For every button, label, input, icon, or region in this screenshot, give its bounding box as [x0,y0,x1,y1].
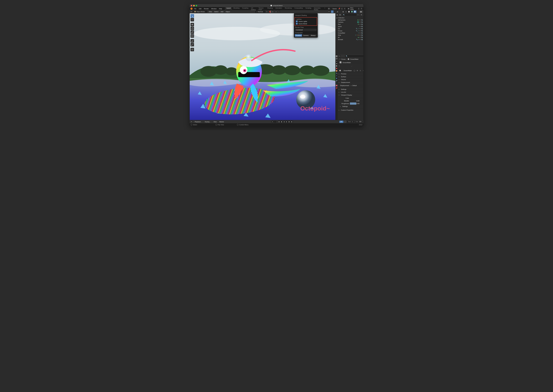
compositor-camera[interactable]: Camera [302,34,310,37]
outliner-item[interactable]: opoid👁📷 [336,25,363,28]
scene-world-checkbox[interactable]: ✓ Scene World [295,22,317,25]
bc-object[interactable]: Ocean [341,58,346,60]
pause-render-button[interactable]: ▮▮ [359,10,363,13]
subpanel-settings[interactable]: Settings [340,105,363,108]
ptab-tool[interactable] [336,55,338,57]
render-toggle[interactable]: 📷 [361,39,363,40]
menu-help[interactable]: Help [218,7,223,10]
gizmo-options[interactable]: ⌄ [334,10,336,13]
timeline-keying[interactable]: Keying ⌄ [204,120,212,123]
view-layer-new-button[interactable]: ⎘ [358,7,360,10]
compositor-always[interactable]: Always [310,34,317,37]
shading-wireframe[interactable] [345,10,348,13]
properties-search-input[interactable] [347,55,363,57]
menu-file[interactable]: File [193,7,197,10]
scene-delete-button[interactable]: ✕ [344,7,346,10]
render-toggle[interactable]: 📷 [361,32,363,34]
viewport-menu-add[interactable]: Add [220,10,224,13]
ptab-texture[interactable] [336,87,338,89]
render-pass-select[interactable]: Combined ⌄ [295,29,317,31]
outliner-item[interactable]: ntsCamera▮◂👁📷 [336,19,363,21]
material-slot[interactable]: OceanWater [339,61,363,64]
visibility-toggle[interactable]: 👁 [359,30,361,32]
material-link-button[interactable]: ◯ [353,69,356,72]
panel-custom-properties[interactable]: Custom Properties [338,109,363,112]
gizmo-button[interactable]: ⊕ [331,10,333,13]
scene-new-button[interactable]: ⎘ [341,7,343,10]
shading-material[interactable] [351,10,353,13]
visibility-button[interactable]: 👁⌄ [328,10,331,13]
visibility-toggle[interactable]: 👁 [359,24,361,25]
tool-move[interactable] [190,23,194,26]
displacement-row[interactable]: Displacement ●Default [340,84,363,87]
outliner-item[interactable]: Sun✺👁📷 [336,23,363,25]
jump-end[interactable]: ▶| [290,121,293,123]
visibility-toggle[interactable]: 👁 [359,26,361,27]
render-toggle[interactable]: 📷 [361,28,363,29]
tool-annotate[interactable] [190,39,194,43]
close-window-button[interactable] [191,5,192,6]
outliner-item[interactable]: Ocean🔧▽👁📷 [336,30,363,32]
outliner-item[interactable]: all◉👁📷 [336,36,363,38]
panel-line-art[interactable]: Line Art [338,91,363,93]
ptab-particle[interactable]: ✦ [336,75,338,77]
play[interactable]: ▶ [285,121,288,123]
outliner-filter-button[interactable]: ▽⌄ [357,14,359,16]
timeline-marker[interactable]: Marker [218,120,225,123]
current-frame[interactable]: 37 [339,121,343,123]
ptab-render[interactable] [336,57,338,60]
tool-rotate[interactable] [190,27,194,30]
ptab-world[interactable] [336,67,338,70]
ptab-object[interactable] [336,70,338,72]
render-toggle[interactable]: 📷 [361,24,363,25]
shading-solid[interactable] [348,10,351,13]
ptab-data[interactable]: ▽ [336,82,338,84]
scene-selector[interactable]: ⌄ Scene [327,7,338,10]
panel-displacement[interactable]: Displacement [338,81,363,84]
visibility-toggle[interactable]: 👁 [359,32,361,34]
outliner-display-mode[interactable]: ▦⌄ [336,14,339,16]
ptab-output[interactable]: 🖨 [336,60,338,62]
outliner-item[interactable]: Ship▽▽8👁📷 [336,34,363,36]
next-key[interactable]: |▶ [288,121,290,123]
render-toggle[interactable]: 📷 [361,19,363,21]
orientation-selector[interactable]: ⤢ Normal ⌄ [255,10,265,13]
end-frame[interactable]: End250 [355,121,363,123]
shading-options-button[interactable]: ⌄ [357,10,359,13]
tool-transform[interactable] [190,34,194,38]
proportional-options[interactable]: ∩⌄ [278,10,280,13]
mode-selector[interactable]: Object Mode ⌄ [193,11,207,13]
play-reverse[interactable]: ◀ [283,121,285,123]
timeline-editor-type[interactable]: ◔⌄ [190,120,193,123]
auto-key-toggle[interactable]: ● [271,121,274,123]
viewport-metallic-row[interactable]: Metallic 0.000 • [340,100,363,102]
shading-rendered[interactable] [353,10,357,13]
minimize-window-button[interactable] [193,5,195,6]
clock-icon[interactable] [344,121,346,123]
tool-scale[interactable] [190,30,194,34]
overlay-button[interactable]: ◐ [337,10,339,13]
outliner-item[interactable]: Ice🔧▽👁📷 [336,28,363,30]
bc-material[interactable]: OceanWater [350,58,359,60]
render-toggle[interactable]: 📷 [361,26,363,27]
ptab-constraint[interactable]: 🔗 [336,80,338,82]
menu-edit[interactable]: Edit [198,7,202,10]
panel-surface[interactable]: Surface [338,75,363,78]
panel-settings[interactable]: Settings [338,88,363,91]
outliner-item[interactable]: Camera👁📷 [336,21,363,23]
panel-volume[interactable]: Volume [338,78,363,81]
tool-measure[interactable] [190,43,194,46]
visibility-toggle[interactable]: 👁 [359,39,361,40]
auto-key-options[interactable]: ⌄ [274,121,276,123]
panel-viewport-display[interactable]: Viewport Display [338,94,363,96]
compositor-disabled[interactable]: Disabled [295,34,302,37]
snap-options[interactable]: ⊡⌄ [272,10,274,13]
render-toggle[interactable]: 📷 [361,30,363,32]
outliner-search-input[interactable] [345,14,356,16]
outliner-item[interactable]: termark🔧a👁📷 [336,38,363,41]
ptab-modifier[interactable]: 🔧 [336,72,338,74]
pivot-button[interactable]: ⊙⌄ [266,10,268,13]
slot-prev[interactable]: ▸ [339,65,340,67]
tool-add-cube[interactable]: + [190,48,194,51]
material-unlink-button[interactable]: ✕ [362,69,363,72]
